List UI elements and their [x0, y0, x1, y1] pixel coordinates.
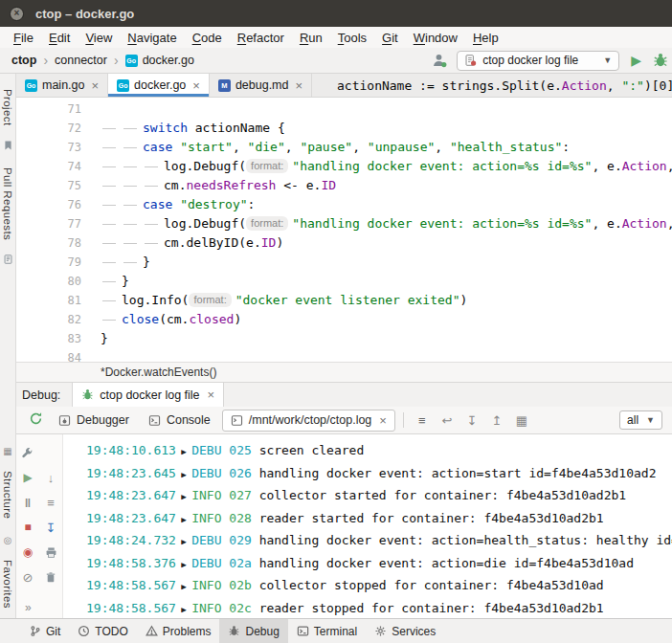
line-number[interactable]: 78 [16, 233, 91, 253]
line-number[interactable]: 80 [16, 272, 91, 291]
menu-file[interactable]: File [6, 31, 41, 45]
markdown-file-icon: M [218, 79, 231, 92]
clear-button[interactable] [41, 567, 60, 587]
bookmark-icon[interactable] [3, 140, 13, 154]
line-number[interactable]: 79 [16, 253, 91, 272]
soft-wrap-button[interactable]: ↩ [437, 413, 458, 428]
close-icon[interactable]: × [91, 78, 99, 93]
console-lines-button[interactable]: ≡ [41, 493, 60, 512]
toolbar-tab-console[interactable]: Console [141, 410, 218, 430]
line-number[interactable]: 81 [16, 291, 91, 310]
menu-git[interactable]: Git [374, 31, 406, 45]
close-icon[interactable]: × [208, 388, 215, 402]
breadcrumb-connector[interactable]: connector [55, 54, 107, 67]
step-down-button[interactable]: ↓ [41, 468, 60, 487]
close-icon[interactable]: × [379, 413, 387, 428]
statusbar-item-debug[interactable]: Debug [219, 619, 287, 643]
debug-button[interactable] [653, 53, 668, 68]
toolbar-tab-label: Console [167, 413, 211, 427]
run-config-label: ctop docker log file [482, 54, 578, 67]
toolbar-tab-debugger[interactable]: Debugger [51, 410, 137, 430]
more-icons-chevron[interactable]: » [25, 601, 32, 614]
close-icon[interactable]: × [192, 78, 200, 93]
collaborate-icon[interactable] [432, 53, 447, 68]
debug-session-tab[interactable]: ctop docker log file × [72, 383, 224, 407]
menu-refactor[interactable]: Refactor [230, 31, 292, 45]
log-timestamp: 19:48:58.567 [86, 601, 176, 615]
breadcrumb-label: ctop [11, 54, 36, 67]
statusbar-item-git[interactable]: Git [21, 619, 69, 643]
menu-navigate[interactable]: Navigate [120, 31, 184, 45]
print-button[interactable] [41, 543, 60, 562]
rerun-debugger-button[interactable] [24, 411, 47, 429]
grid-small-icon[interactable]: ▦ [3, 443, 11, 457]
line-number[interactable]: 74 [16, 157, 91, 176]
statusbar-item-terminal[interactable]: Terminal [288, 619, 366, 643]
settings-button[interactable] [18, 443, 37, 462]
log-level: DEBU 02a [191, 556, 252, 570]
mute-breakpoints-button[interactable]: ⊘ [18, 567, 37, 587]
menu-code[interactable]: Code [185, 31, 230, 45]
menu-tools[interactable]: Tools [330, 31, 374, 45]
code-token: (cm. [159, 312, 189, 326]
sidebar-item-project[interactable]: Project [2, 89, 13, 126]
breadcrumb-label: connector [55, 54, 107, 67]
log-line: 19:48:23.645 ▶ DEBU 026 handling docker … [86, 463, 672, 486]
code-token: closed [189, 312, 234, 326]
breadcrumb-ctop[interactable]: ctop [11, 54, 36, 67]
statusbar-item-todo[interactable]: TODO [69, 619, 136, 643]
layout-grid-button[interactable]: ▦ [511, 413, 532, 428]
scroll-to-bottom-button[interactable]: ↧ [461, 413, 482, 428]
line-number[interactable]: 71 [16, 100, 91, 119]
options-menu-button[interactable]: ≡ [412, 413, 433, 428]
close-icon[interactable]: × [296, 78, 303, 93]
editor-tab-docker-go[interactable]: Godocker.go× [108, 74, 210, 97]
line-number[interactable]: 73 [16, 138, 91, 157]
resume-button[interactable]: ▶ [18, 468, 37, 487]
line-number[interactable]: 83 [16, 329, 91, 348]
menu-view[interactable]: View [78, 31, 120, 45]
log-filter-dropdown[interactable]: all▼ [619, 410, 662, 430]
sidebar-item-favorites[interactable]: Favorites [2, 560, 13, 609]
go-file-icon: Go [117, 79, 129, 92]
line-number[interactable]: 82 [16, 310, 91, 329]
pause-button[interactable]: ‖ [18, 493, 37, 512]
line-number[interactable]: 77 [16, 214, 91, 233]
editor-tab-main-go[interactable]: Gomain.go× [16, 74, 108, 97]
sidebar-item-structure[interactable]: Structure [2, 471, 13, 519]
menu-run[interactable]: Run [292, 31, 330, 45]
line-number[interactable]: 76 [16, 195, 91, 214]
code-token: "health_status" [450, 140, 562, 154]
breadcrumb-docker-go[interactable]: Godocker.go [125, 54, 194, 67]
run-config-combo[interactable]: ctop docker log file ▼ [457, 51, 619, 71]
menu-edit[interactable]: Edit [41, 31, 78, 45]
view-breakpoints-button[interactable]: ◉ [18, 543, 37, 562]
scroll-to-end-button[interactable]: ↧ [41, 518, 60, 537]
line-number[interactable]: 84 [16, 348, 91, 362]
stop-button[interactable]: ■ [18, 518, 37, 537]
menu-help[interactable]: Help [465, 31, 506, 45]
line-number[interactable]: 72 [16, 119, 91, 138]
run-toolbar: ctop docker log file ▼ ▶ [432, 51, 668, 71]
scroll-to-top-button[interactable]: ↥ [486, 413, 507, 428]
menu-window[interactable]: Window [406, 31, 465, 45]
statusbar-item-problems[interactable]: Problems [137, 619, 220, 643]
toolbar-tab-log-file[interactable]: /mnt/work/ctop/ctop.log× [222, 410, 395, 432]
editor-tab-debug-md[interactable]: Mdebug.md× [210, 74, 312, 97]
code-token [172, 197, 180, 211]
code-token: , e. [667, 216, 672, 231]
run-button[interactable]: ▶ [629, 53, 643, 68]
code-editor[interactable]: 7172switch actionName {73case "start", "… [16, 98, 672, 362]
log-console[interactable]: 19:48:10.613 ▶ DEBU 025 screen cleared19… [63, 434, 672, 618]
line-number[interactable]: 75 [16, 176, 91, 195]
window-close-button[interactable]: × [10, 7, 24, 21]
code-line-body: } [91, 253, 672, 272]
sidebar-item-pull-requests[interactable]: Pull Requests [2, 167, 13, 240]
status-bar: GitTODOProblemsDebugTerminalServices [0, 618, 672, 643]
statusbar-item-services[interactable]: Services [366, 619, 444, 643]
document-icon[interactable] [3, 254, 13, 268]
pin-icon[interactable]: ◎ [4, 532, 12, 546]
statusbar-item-label: Terminal [314, 625, 357, 638]
tab-whitespace-icon [122, 166, 143, 167]
ide-window: × ctop – docker.go FileEditViewNavigateC… [0, 0, 672, 643]
